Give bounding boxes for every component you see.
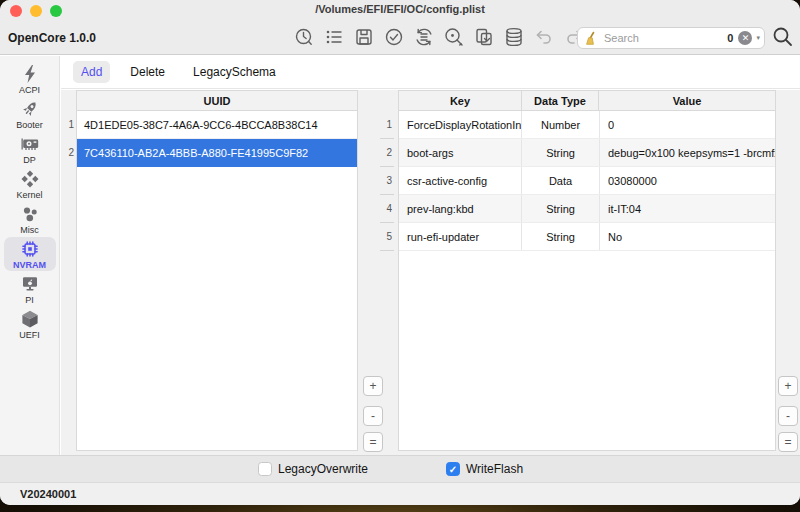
- sidebar-item-nvram[interactable]: NVRAM: [4, 237, 56, 271]
- lightning-icon: [20, 64, 40, 84]
- checkbox-icon: [258, 462, 272, 476]
- uuid-equal-button[interactable]: =: [363, 432, 383, 452]
- window-title: /Volumes/EFI/EFI/OC/config.plist: [0, 3, 800, 15]
- uuid-table: UUID 4D1EDE05-38C7-4A6A-9CC6-4BCCA8B38C1…: [76, 90, 358, 451]
- disk-tool-icon[interactable]: [443, 26, 465, 48]
- validate-icon[interactable]: [383, 26, 405, 48]
- content-area: 1 2 UUID 4D1EDE05-38C7-4A6A-9CC6-4BCCA8B…: [61, 90, 800, 455]
- title-toolbar: /Volumes/EFI/EFI/OC/config.plist OpenCor…: [0, 0, 800, 55]
- rocket-icon: [20, 99, 40, 119]
- uuid-row[interactable]: 7C436110-AB2A-4BBB-A880-FE41995C9F82: [77, 139, 357, 167]
- nvram-add-button[interactable]: +: [778, 376, 798, 396]
- nvram-equal-button[interactable]: =: [778, 432, 798, 452]
- options-bar: LegacyOverwrite ✓ WriteFlash: [0, 455, 800, 482]
- chevron-down-icon[interactable]: ▾: [756, 34, 760, 42]
- uuid-table-header: UUID: [77, 91, 357, 111]
- transfer-icon[interactable]: [473, 26, 495, 48]
- version-label: V20240001: [20, 488, 76, 500]
- sidebar-item-dp[interactable]: DP: [4, 132, 56, 166]
- nvram-row-number: 2: [380, 139, 394, 167]
- uuid-add-button[interactable]: +: [363, 376, 383, 396]
- nvram-row-number: 4: [380, 195, 394, 223]
- checkbox-icon: ✓: [446, 462, 460, 476]
- kernel-icon: [20, 169, 40, 189]
- display-icon: [20, 274, 40, 294]
- nvram-row[interactable]: csr-active-config Data 03080000: [399, 167, 775, 195]
- sidebar-item-pi[interactable]: PI: [4, 272, 56, 306]
- sidebar-item-acpi[interactable]: ACPI: [4, 62, 56, 96]
- reload-icon[interactable]: [413, 26, 435, 48]
- toolbar: [293, 26, 585, 48]
- type-column-header[interactable]: Data Type: [521, 91, 598, 110]
- uuid-row[interactable]: 4D1EDE05-38C7-4A6A-9CC6-4BCCA8B38C14: [77, 111, 357, 139]
- tab-add[interactable]: Add: [73, 61, 110, 83]
- nvram-row-number: 5: [380, 223, 394, 251]
- legacyoverwrite-checkbox[interactable]: LegacyOverwrite: [258, 462, 368, 476]
- value-column-header[interactable]: Value: [598, 91, 775, 110]
- search-count: 0: [727, 32, 733, 44]
- nvram-row[interactable]: ForceDisplayRotationInEFI Number 0: [399, 111, 775, 139]
- save-icon[interactable]: [353, 26, 375, 48]
- key-column-header[interactable]: Key: [399, 91, 521, 110]
- uuid-remove-button[interactable]: -: [363, 406, 383, 426]
- status-bar: V20240001: [0, 482, 800, 505]
- tab-legacyschema[interactable]: LegacySchema: [185, 61, 284, 83]
- checkbox-label: WriteFlash: [466, 462, 523, 476]
- sidebar-item-kernel[interactable]: Kernel: [4, 167, 56, 201]
- checkbox-label: LegacyOverwrite: [278, 462, 368, 476]
- clear-icon[interactable]: ✕: [738, 31, 752, 45]
- misc-icon: [20, 204, 40, 224]
- writeflash-checkbox[interactable]: ✓ WriteFlash: [446, 462, 523, 476]
- uuid-row-number: 1: [61, 119, 74, 130]
- database-icon[interactable]: [503, 26, 525, 48]
- nvram-row-number: 3: [380, 167, 394, 195]
- undo-icon[interactable]: [533, 26, 555, 48]
- nvram-table-header: Key Data Type Value: [399, 91, 775, 111]
- uuid-column-header[interactable]: UUID: [77, 91, 357, 110]
- gpu-icon: [20, 134, 40, 154]
- snippets-icon[interactable]: [323, 26, 345, 48]
- broom-icon: [584, 31, 598, 46]
- tab-delete[interactable]: Delete: [122, 61, 173, 83]
- nvram-table: Key Data Type Value ForceDisplayRotation…: [398, 90, 776, 451]
- search-icon[interactable]: [771, 25, 795, 49]
- tab-bar: Add Delete LegacySchema: [61, 56, 800, 89]
- chip-icon: [20, 239, 40, 259]
- sidebar-item-booter[interactable]: Booter: [4, 97, 56, 131]
- history-icon[interactable]: [293, 26, 315, 48]
- sidebar-item-misc[interactable]: Misc: [4, 202, 56, 236]
- cube-icon: [20, 309, 40, 329]
- sidebar: ACPI Booter DP: [0, 56, 60, 455]
- uuid-row-number: 2: [61, 147, 74, 158]
- nvram-row[interactable]: run-efi-updater String No: [399, 223, 775, 251]
- app-window: /Volumes/EFI/EFI/OC/config.plist OpenCor…: [0, 0, 800, 505]
- search-input[interactable]: Search 0 ✕ ▾: [577, 27, 765, 49]
- nvram-row[interactable]: boot-args String debug=0x100 keepsyms=1 …: [399, 139, 775, 167]
- nvram-remove-button[interactable]: -: [778, 406, 798, 426]
- sidebar-item-uefi[interactable]: UEFI: [4, 307, 56, 341]
- search-placeholder: Search: [604, 32, 727, 44]
- app-version-label: OpenCore 1.0.0: [8, 31, 96, 45]
- nvram-row-number: 1: [380, 111, 394, 139]
- nvram-row[interactable]: prev-lang:kbd String it-IT:04: [399, 195, 775, 223]
